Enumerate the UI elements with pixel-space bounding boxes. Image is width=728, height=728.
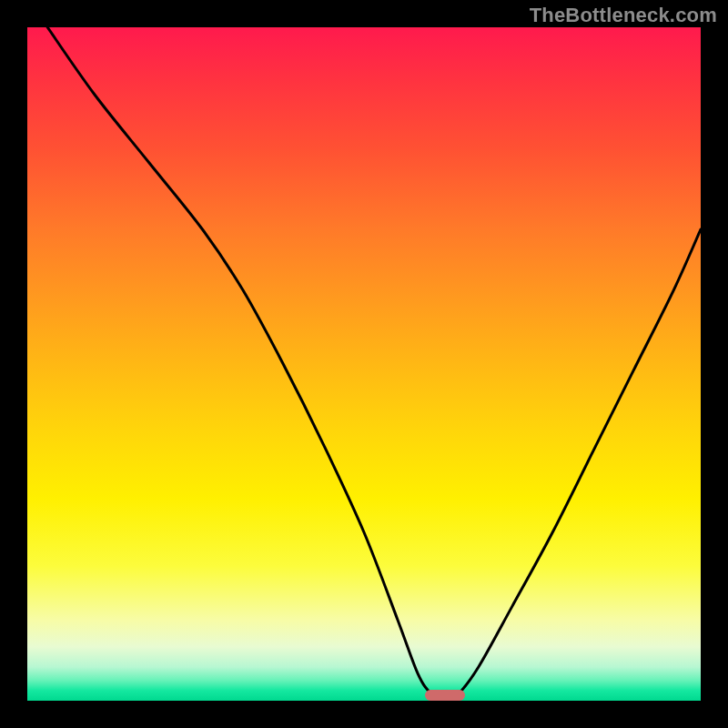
optimum-marker xyxy=(425,690,465,701)
plot-area xyxy=(27,27,701,701)
watermark-text: TheBottleneck.com xyxy=(530,4,717,27)
bottleneck-curve xyxy=(27,27,701,701)
chart-frame: TheBottleneck.com xyxy=(0,0,728,728)
